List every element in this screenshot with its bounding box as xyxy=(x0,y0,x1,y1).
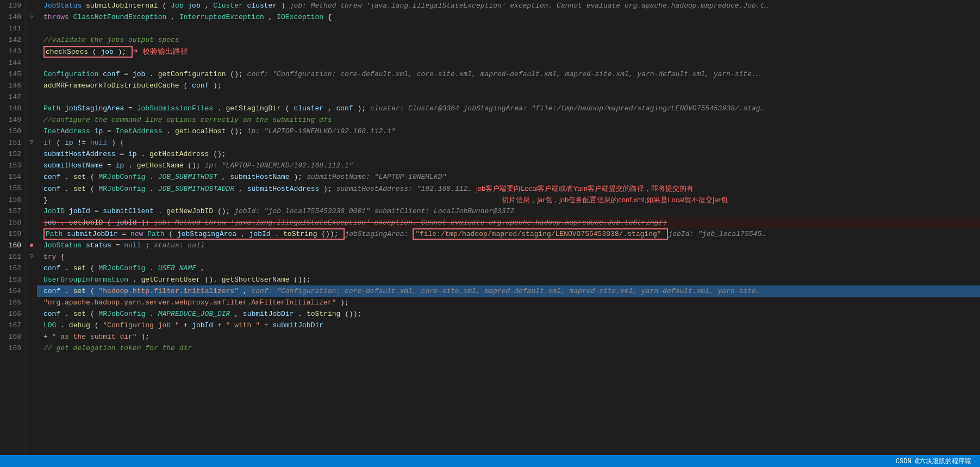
token: debug xyxy=(69,321,90,329)
token: status: null xyxy=(154,241,205,250)
ln-166: 166 xyxy=(2,308,21,320)
token: ( xyxy=(168,230,173,238)
code-line-149: //configure the command line options cor… xyxy=(37,114,980,126)
token: conf xyxy=(103,70,120,78)
token: . xyxy=(149,310,154,318)
token: . xyxy=(298,310,302,318)
code-line-145: Configuration conf = job . getConfigurat… xyxy=(37,69,980,80)
token: "Configuring job " xyxy=(103,321,179,329)
ln-150: 150 xyxy=(2,126,21,137)
token: ( xyxy=(107,219,111,227)
watermark-text: CSDN @六块腹肌的程序猿 xyxy=(896,457,971,466)
as-token: as xyxy=(60,333,69,341)
token: != xyxy=(77,139,90,147)
token: the submit dir" xyxy=(73,333,137,341)
token: " with " xyxy=(226,321,260,329)
token: . xyxy=(133,276,137,284)
token: job xyxy=(43,219,56,227)
token: ) xyxy=(281,2,285,10)
token: ; xyxy=(145,241,149,250)
ln-154: 154 xyxy=(2,171,21,183)
token: conf xyxy=(43,185,60,193)
ln-162: 162 xyxy=(2,263,21,274)
gutter-160: ● xyxy=(26,240,37,251)
annotation-job-client: job客户端要向Local客户端或者Yarn客户端提交的路径，即将提交的有 xyxy=(476,184,694,192)
token: ); xyxy=(323,185,332,193)
code-line-156: } 切片信息，jar包，job任务配置信息的conf.xml,如果是Local就… xyxy=(37,194,980,206)
token: + xyxy=(217,321,226,329)
token: ( xyxy=(183,82,188,90)
gutter-147 xyxy=(26,91,37,103)
token: = xyxy=(107,127,116,135)
gutter-area: ▽ ▽ ● ▽ xyxy=(26,0,37,455)
token: job: Method threw 'java.lang.IllegalStat… xyxy=(290,2,769,10)
token: JobSubmissionFiles xyxy=(137,104,213,113)
token: "hadoop.http.filter.initializers" xyxy=(99,287,239,295)
token: jobStagingArea xyxy=(177,230,236,238)
token: submitJobDir xyxy=(67,230,118,238)
token: = xyxy=(116,241,124,250)
token: cluster xyxy=(247,2,277,10)
code-line-152: submitHostAddress = ip . getHostAddress … xyxy=(37,148,980,160)
token: = xyxy=(120,150,128,158)
token: USER_NAME xyxy=(158,264,196,272)
code-content[interactable]: JobStatus submitJobInternal ( Job job , … xyxy=(37,0,980,455)
token: toString xyxy=(283,230,317,238)
token: ( xyxy=(90,264,95,272)
token: Job xyxy=(171,2,183,10)
ln-144: 144 xyxy=(2,57,21,69)
token: "org.apache.hadoop.yarn.server.webproxy.… xyxy=(43,298,336,307)
token: set xyxy=(73,173,86,181)
code-line-160: JobStatus status = null ; status: null xyxy=(37,240,980,251)
token: (). xyxy=(205,276,217,284)
token: (); xyxy=(230,127,242,135)
code-line-164: conf . set ( "hadoop.http.filter.initial… xyxy=(37,285,980,297)
token: . xyxy=(128,161,133,170)
token: . xyxy=(158,207,163,215)
ln-143: 143 xyxy=(2,46,21,57)
token: conf xyxy=(336,104,353,113)
staging-path-box: "file:/tmp/hadoop/mapred/staging/LENOVO7… xyxy=(413,228,668,240)
token: , xyxy=(201,264,205,272)
token: jobId xyxy=(116,219,137,227)
token: . xyxy=(274,230,279,238)
token: ip: "LAPTOP-10NEMLKD/192.168.112.1" xyxy=(205,161,353,170)
token: try xyxy=(43,253,56,261)
token: getCurrentUser xyxy=(141,276,200,284)
token: , xyxy=(205,2,209,10)
token: getStagingDir xyxy=(226,104,281,113)
gutter-144 xyxy=(26,57,37,69)
gutter-140: ▽ xyxy=(26,11,37,23)
token: ( xyxy=(90,173,95,181)
token: conf xyxy=(43,310,60,318)
token: null xyxy=(124,241,141,250)
gutter-165 xyxy=(26,297,37,308)
token: setJobID xyxy=(69,219,103,227)
token: ); xyxy=(357,104,366,113)
token: Path xyxy=(147,230,164,238)
token: submitHostName: "LAPTOP-10NEMLKD" xyxy=(307,173,446,181)
token: + xyxy=(184,321,192,329)
gutter-148 xyxy=(26,103,37,114)
token: ip: "LAPTOP-10NEMLKD/192.168.112.1" xyxy=(247,127,396,135)
code-line-168: + " as the submit dir" ); xyxy=(37,331,980,343)
token: JobStatus xyxy=(43,2,82,10)
ln-146: 146 xyxy=(2,80,21,91)
gutter-159 xyxy=(26,228,37,240)
editor-container: 139 140 141 142 143 144 145 146 147 148 … xyxy=(0,0,980,467)
token: submitHostName xyxy=(43,161,103,170)
code-line-159: Path submitJobDir = new Path ( jobStagin… xyxy=(37,228,980,240)
code-line-155: conf . set ( MRJobConfig . JOB_SUBMITHOS… xyxy=(37,183,980,194)
token: submitHostAddress xyxy=(247,185,320,193)
token: job: Method threw 'java.lang.IllegalStat… xyxy=(154,219,667,227)
token: getConfiguration xyxy=(158,70,226,78)
token: (); xyxy=(217,207,230,215)
gutter-139 xyxy=(26,0,37,11)
token: submitHostName xyxy=(230,173,289,181)
token: { xyxy=(120,139,124,147)
code-line-142: //validate the jobs output specs xyxy=(37,34,980,46)
token: . xyxy=(60,219,65,227)
token: job xyxy=(188,2,200,10)
token: jobStagingArea: xyxy=(345,230,413,238)
gutter-164 xyxy=(26,285,37,297)
